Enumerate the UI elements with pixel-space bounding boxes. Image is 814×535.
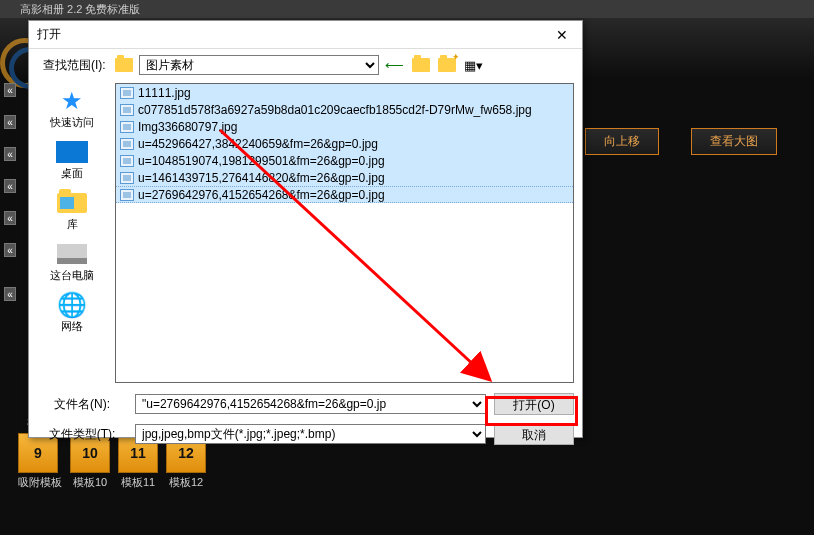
star-icon: ★ <box>54 87 90 115</box>
folder-icon <box>115 58 133 72</box>
filetype-select[interactable]: jpg,jpeg,bmp文件(*.jpg;*.jpeg;*.bmp) <box>135 424 486 444</box>
list-item[interactable]: u=1461439715,2764146820&fm=26&gp=0.jpg <box>116 169 573 186</box>
filetype-label: 文件类型(T): <box>37 426 127 443</box>
place-this-pc[interactable]: 这台电脑 <box>29 240 115 283</box>
chevron-up-icon[interactable]: « <box>4 179 16 193</box>
dialog-title: 打开 <box>37 26 61 43</box>
app-title: 高影相册 2.2 免费标准版 <box>20 3 140 15</box>
image-file-icon <box>120 121 134 133</box>
chevron-up-icon[interactable]: « <box>4 243 16 257</box>
view-menu-icon[interactable]: ▦▾ <box>464 58 483 73</box>
up-folder-icon[interactable] <box>412 58 430 72</box>
back-icon[interactable]: ⟵ <box>385 58 404 73</box>
move-up-button[interactable]: 向上移 <box>585 128 659 155</box>
image-file-icon <box>120 172 134 184</box>
lookin-select[interactable]: 图片素材 <box>139 55 379 75</box>
file-list[interactable]: 11111.jpg c077851d578f3a6927a59b8da01c20… <box>115 83 574 383</box>
open-button[interactable]: 打开(O) <box>494 393 574 415</box>
filename-label: 文件名(N): <box>37 396 127 413</box>
cancel-button[interactable]: 取消 <box>494 423 574 445</box>
library-icon <box>57 193 87 213</box>
list-item[interactable]: u=452966427,3842240659&fm=26&gp=0.jpg <box>116 135 573 152</box>
view-large-button[interactable]: 查看大图 <box>691 128 777 155</box>
close-icon[interactable]: ✕ <box>548 25 576 45</box>
place-network[interactable]: 🌐 网络 <box>29 291 115 334</box>
list-item[interactable]: 11111.jpg <box>116 84 573 101</box>
place-quick-access[interactable]: ★ 快速访问 <box>29 87 115 130</box>
image-file-icon <box>120 189 134 201</box>
image-file-icon <box>120 138 134 150</box>
image-file-icon <box>120 104 134 116</box>
places-bar: ★ 快速访问 桌面 库 这台电脑 🌐 网络 <box>29 81 115 391</box>
chevron-up-icon[interactable]: « <box>4 147 16 161</box>
place-libraries[interactable]: 库 <box>29 189 115 232</box>
new-folder-icon[interactable] <box>438 58 456 72</box>
chevron-up-icon[interactable]: « <box>4 287 16 301</box>
file-open-dialog: 打开 ✕ 查找范围(I): 图片素材 ⟵ ▦▾ ★ 快速访问 桌面 <box>28 20 583 438</box>
left-chevrons: « « « « « « « <box>4 83 16 319</box>
chevron-up-icon[interactable]: « <box>4 211 16 225</box>
app-title-bar: 高影相册 2.2 免费标准版 <box>0 0 814 18</box>
desktop-icon <box>56 141 88 163</box>
lookin-label: 查找范围(I): <box>39 57 109 74</box>
list-item[interactable]: c077851d578f3a6927a59b8da01c209caecfb185… <box>116 101 573 118</box>
chevron-up-icon[interactable]: « <box>4 115 16 129</box>
place-desktop[interactable]: 桌面 <box>29 138 115 181</box>
pc-icon <box>57 244 87 264</box>
chevron-up-icon[interactable]: « <box>4 83 16 97</box>
list-item[interactable]: Img336680797.jpg <box>116 118 573 135</box>
filename-input[interactable]: "u=2769642976,4152654268&fm=26&gp=0.jp <box>135 394 486 414</box>
image-file-icon <box>120 87 134 99</box>
image-file-icon <box>120 155 134 167</box>
network-icon: 🌐 <box>54 291 90 319</box>
list-item[interactable]: u=2769642976,4152654268&fm=26&gp=0.jpg <box>116 186 573 203</box>
list-item[interactable]: u=1048519074,1981299501&fm=26&gp=0.jpg <box>116 152 573 169</box>
